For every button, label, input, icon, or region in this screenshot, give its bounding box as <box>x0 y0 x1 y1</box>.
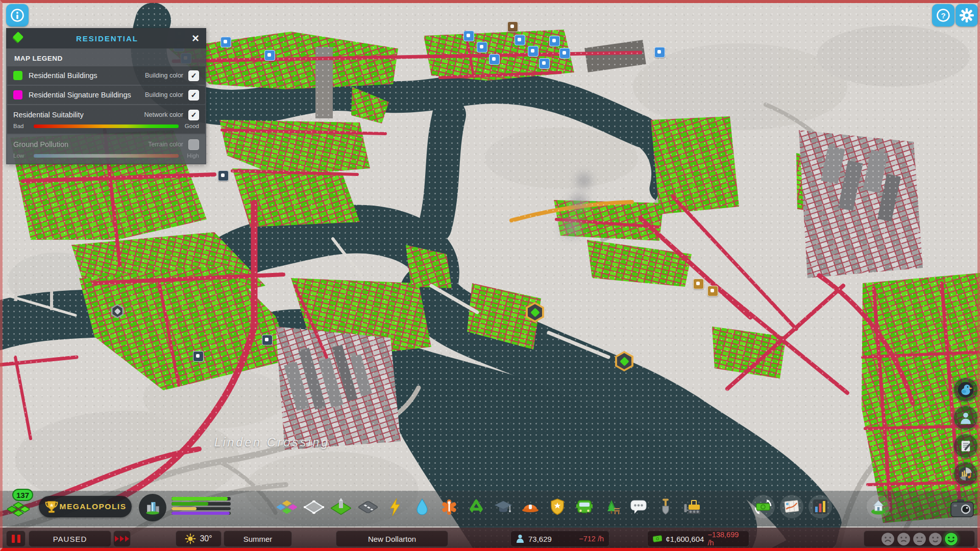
map-marker[interactable] <box>559 48 570 59</box>
fast-forward-icon <box>115 536 129 542</box>
progress-bar <box>172 497 231 500</box>
house-marker[interactable] <box>262 335 273 345</box>
statistics-icon[interactable] <box>808 495 832 518</box>
gear-icon <box>958 7 975 24</box>
factory-smoke <box>556 213 587 241</box>
content-face-icon <box>928 532 942 546</box>
scale-max-label: High <box>182 153 199 159</box>
communications-icon[interactable] <box>628 497 649 517</box>
radio-button[interactable] <box>953 462 978 486</box>
info-button[interactable] <box>6 4 29 27</box>
happiness-widget[interactable] <box>864 531 975 547</box>
legend-row-residential-buildings: Residential Buildings Building color ✓ <box>7 66 205 85</box>
electricity-icon[interactable] <box>385 497 405 517</box>
milestone-progress-bars[interactable] <box>172 497 231 516</box>
info-icon <box>9 7 26 23</box>
house-marker[interactable] <box>693 279 704 289</box>
milestone-pill[interactable]: MEGALOPOLIS <box>39 496 132 517</box>
check-icon: ✓ <box>191 71 197 80</box>
unhappy-face-icon <box>897 532 911 546</box>
education-icon[interactable] <box>493 497 513 517</box>
police-icon[interactable] <box>547 497 568 517</box>
money-rate: −138,699 /h <box>707 531 744 547</box>
legend-row-signature-buildings: Residential Signature Buildings Building… <box>7 86 205 104</box>
house-marker[interactable] <box>218 170 229 181</box>
map-marker[interactable] <box>514 35 525 45</box>
economy-icon[interactable] <box>751 495 775 518</box>
roads-icon[interactable] <box>358 497 378 517</box>
city-information-icon[interactable] <box>780 495 803 518</box>
journal-button[interactable] <box>953 434 978 458</box>
checkbox[interactable]: ✓ <box>188 139 199 150</box>
svg-text:?: ? <box>941 11 945 20</box>
chirper-bird-icon <box>957 381 974 398</box>
terraforming-icon[interactable] <box>655 497 676 517</box>
temperature-widget[interactable]: 30° <box>176 531 222 547</box>
simulation-state[interactable]: PAUSED <box>29 531 111 547</box>
factory-smoke <box>573 169 595 192</box>
city-name[interactable]: New Dollarton <box>336 531 448 547</box>
fire-rescue-icon[interactable] <box>520 497 541 517</box>
map-marker[interactable] <box>539 58 550 69</box>
checkbox[interactable]: ✓ <box>188 90 199 101</box>
chirper-button[interactable] <box>953 378 978 402</box>
map-marker[interactable] <box>654 47 665 58</box>
house-marker[interactable] <box>193 351 204 362</box>
city-buildings-icon <box>143 498 162 517</box>
map-marker[interactable] <box>463 31 474 41</box>
healthcare-icon[interactable] <box>439 497 459 517</box>
landmarks-icon[interactable] <box>331 497 351 517</box>
help-icon: ? <box>935 7 951 23</box>
milestone-progress-button[interactable] <box>139 494 166 521</box>
legend-section-title: MAP LEGEND <box>6 48 206 66</box>
residential-zone-icon <box>12 33 23 44</box>
population-widget[interactable]: 73,629 −712 /h <box>510 531 609 547</box>
check-icon: ✓ <box>191 91 197 99</box>
progress-bar <box>172 512 231 515</box>
speed-button[interactable] <box>113 531 131 547</box>
bulldozer-icon[interactable] <box>682 497 703 517</box>
money-widget[interactable]: ¢1,600,604 −138,699 /h <box>647 531 749 547</box>
map-marker[interactable] <box>528 46 538 57</box>
house-marker[interactable] <box>707 286 718 296</box>
map-marker[interactable] <box>489 54 500 65</box>
green-swatch <box>13 71 22 80</box>
photo-mode-button[interactable] <box>950 499 974 517</box>
scale-min-label: Low <box>13 153 31 159</box>
checkbox[interactable]: ✓ <box>188 70 199 81</box>
legend-type-label: Building color <box>145 72 183 79</box>
transportation-icon[interactable] <box>574 497 595 517</box>
citizens-button[interactable] <box>953 406 978 430</box>
zones-icon[interactable] <box>277 497 297 517</box>
map-marker[interactable] <box>549 36 560 46</box>
water-sewage-icon[interactable] <box>412 497 432 517</box>
map-marker[interactable] <box>507 21 518 32</box>
signature-marker-frame <box>528 304 542 320</box>
city-level-icon[interactable] <box>7 499 30 519</box>
checkbox[interactable]: ✓ <box>188 110 199 120</box>
garbage-icon[interactable] <box>466 497 486 517</box>
areas-icon[interactable] <box>304 497 324 517</box>
scale-max-label: Good <box>182 123 199 129</box>
sun-icon <box>185 533 196 544</box>
legend-row-ground-pollution: Ground Pollution Terrain color ✓ Low Hig… <box>7 135 205 163</box>
legend-type-label: Building color <box>145 91 183 98</box>
map-marker[interactable] <box>220 37 231 47</box>
map-marker[interactable] <box>477 42 487 53</box>
very-unhappy-face-icon <box>881 532 895 546</box>
progression-icon[interactable] <box>867 495 890 518</box>
parks-recreation-icon[interactable] <box>601 497 622 517</box>
legend-type-label: Network color <box>144 111 183 118</box>
help-button[interactable]: ? <box>932 4 954 27</box>
progress-bar <box>172 502 231 506</box>
pause-button[interactable] <box>6 531 26 547</box>
scale-min-label: Bad <box>13 123 31 129</box>
map-marker[interactable] <box>264 50 275 61</box>
legend-label: Residential Buildings <box>29 71 145 80</box>
legend-panel-header: RESIDENTIAL × <box>6 28 206 48</box>
settings-button[interactable] <box>955 4 978 27</box>
citizen-icon <box>958 410 973 425</box>
season-widget[interactable]: Summer <box>224 531 292 547</box>
close-icon[interactable]: × <box>191 32 200 44</box>
legend-row-suitability: Residential Suitability Network color ✓ … <box>7 105 205 134</box>
